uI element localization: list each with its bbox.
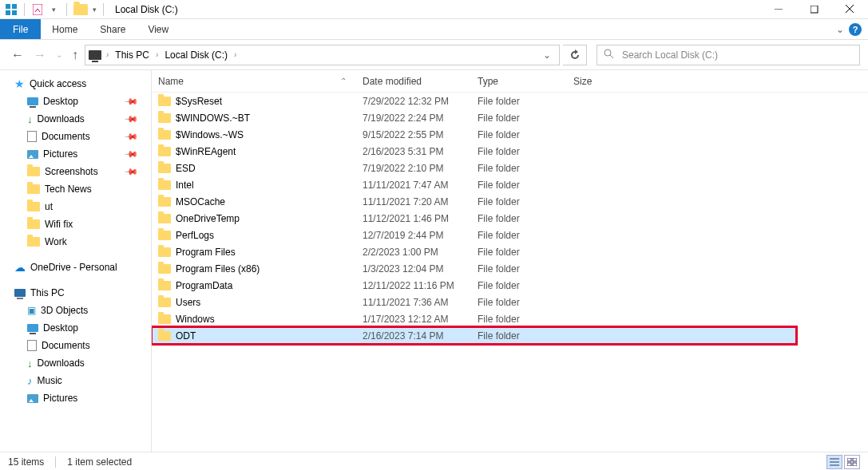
address-dropdown-icon[interactable]: ⌄ (538, 49, 556, 61)
column-header-type[interactable]: Type (478, 76, 573, 87)
table-row[interactable]: ESD7/19/2022 2:10 PMFile folder (152, 160, 868, 176)
file-name: Windows (176, 314, 215, 325)
folder-icon (158, 97, 171, 106)
table-row[interactable]: $Windows.~WS9/15/2022 2:55 PMFile folder (152, 126, 868, 143)
breadcrumb-this-pc[interactable]: This PC (113, 49, 151, 61)
svg-rect-15 (853, 458, 857, 461)
file-name: PerfLogs (176, 230, 214, 241)
address-bar[interactable]: › This PC › Local Disk (C:) › ⌄ (85, 45, 560, 65)
search-box[interactable] (597, 45, 860, 65)
table-row[interactable]: $WINDOWS.~BT7/19/2022 2:24 PMFile folder (152, 109, 868, 126)
refresh-button[interactable] (563, 45, 587, 65)
recent-dropdown[interactable]: ⌄ (53, 50, 65, 59)
tab-home[interactable]: Home (41, 19, 89, 39)
sidebar-item-work[interactable]: Work (0, 233, 151, 251)
folder-icon (158, 331, 171, 341)
sidebar-item-3d-objects[interactable]: ▣3D Objects (0, 302, 151, 319)
file-type: File folder (478, 196, 573, 207)
chevron-right-icon[interactable]: › (105, 50, 110, 59)
chevron-right-icon[interactable]: › (232, 50, 238, 59)
sidebar-item-documents[interactable]: Documents📌 (0, 128, 151, 145)
sidebar-item-label: Screenshots (45, 166, 98, 177)
sidebar-item-documents[interactable]: Documents (0, 337, 151, 354)
sidebar-item-label: Desktop (43, 96, 78, 107)
column-header-size[interactable]: Size (573, 76, 637, 87)
table-row[interactable]: Users11/11/2021 7:36 AMFile folder (152, 294, 868, 310)
file-name: $WINDOWS.~BT (176, 113, 250, 124)
folder-icon (158, 314, 171, 324)
sidebar-item-wifi-fix[interactable]: Wifi fix (0, 215, 151, 233)
column-header-name[interactable]: Name ⌃ (158, 76, 363, 87)
sidebar-item-screenshots[interactable]: Screenshots📌 (0, 163, 151, 180)
svg-point-9 (604, 49, 611, 56)
tab-file[interactable]: File (0, 19, 41, 39)
minimize-button[interactable] (760, 0, 796, 19)
svg-line-10 (610, 55, 613, 58)
details-view-button[interactable] (826, 455, 842, 469)
icons-view-button[interactable] (844, 455, 860, 469)
folder-icon (158, 298, 171, 307)
sidebar-item-downloads[interactable]: ↓Downloads (0, 354, 151, 372)
file-date: 9/15/2022 2:55 PM (363, 129, 478, 140)
close-button[interactable] (832, 0, 868, 19)
file-name: Users (176, 297, 200, 308)
file-name: $Windows.~WS (176, 129, 244, 140)
qat-dropdown-icon[interactable]: ▾ (47, 3, 60, 16)
sidebar-item-desktop[interactable]: Desktop (0, 319, 151, 337)
table-row[interactable]: PerfLogs12/7/2019 2:44 PMFile folder (152, 227, 868, 243)
table-row[interactable]: OneDriveTemp11/12/2021 1:46 PMFile folde… (152, 210, 868, 227)
maximize-button[interactable] (796, 0, 832, 19)
sidebar-item-tech-news[interactable]: Tech News (0, 180, 151, 198)
chevron-down-icon[interactable]: ⌄ (836, 24, 844, 35)
folder-icon (158, 264, 171, 274)
pc-icon (14, 289, 26, 297)
table-row[interactable]: $SysReset7/29/2022 12:32 PMFile folder (152, 93, 868, 109)
sidebar-item-pictures[interactable]: Pictures (0, 389, 151, 407)
folder-icon (158, 130, 171, 140)
pc-icon (89, 50, 101, 60)
file-name: ProgramData (176, 280, 232, 291)
sidebar-onedrive[interactable]: ☁ OneDrive - Personal (0, 259, 151, 276)
table-row[interactable]: $WinREAgent2/16/2023 5:31 PMFile folder (152, 143, 868, 160)
up-button[interactable]: ↑ (69, 48, 81, 62)
sidebar-item-music[interactable]: ♪Music (0, 372, 151, 389)
sidebar-item-ut[interactable]: ut (0, 198, 151, 215)
pin-icon: 📌 (123, 146, 138, 161)
table-row[interactable]: Program Files (x86)1/3/2023 12:04 PMFile… (152, 260, 868, 277)
sidebar-item-label: Music (38, 375, 62, 386)
file-name: MSOCache (176, 196, 225, 207)
sidebar-item-label: Downloads (38, 357, 85, 369)
sidebar-item-label: Desktop (43, 322, 78, 334)
sidebar-item-pictures[interactable]: Pictures📌 (0, 145, 151, 163)
forward-button[interactable]: → (30, 48, 50, 62)
file-date: 11/12/2021 1:46 PM (363, 213, 478, 224)
table-row[interactable]: MSOCache11/11/2021 7:20 AMFile folder (152, 193, 868, 210)
sidebar-this-pc[interactable]: This PC (0, 284, 151, 302)
tab-share[interactable]: Share (89, 19, 137, 39)
properties-icon[interactable] (31, 3, 44, 16)
help-icon[interactable]: ? (849, 23, 862, 36)
tab-view[interactable]: View (137, 19, 180, 39)
sidebar-item-desktop[interactable]: Desktop📌 (0, 93, 151, 110)
folder-dropdown-icon[interactable]: ▾ (91, 6, 97, 14)
file-name: Program Files (176, 247, 236, 258)
sidebar-item-downloads[interactable]: ↓Downloads📌 (0, 110, 151, 128)
table-row[interactable]: ProgramData12/11/2022 11:16 PMFile folde… (152, 277, 868, 294)
breadcrumb-local-disk[interactable]: Local Disk (C:) (163, 49, 229, 61)
table-row[interactable]: Intel11/11/2021 7:47 AMFile folder (152, 176, 868, 193)
table-row[interactable]: Windows1/17/2023 12:12 AMFile folder (152, 310, 868, 327)
table-row[interactable]: Program Files2/2/2023 1:00 PMFile folder (152, 243, 868, 260)
window-title: Local Disk (C:) (110, 4, 178, 15)
file-date: 11/11/2021 7:20 AM (363, 196, 478, 207)
table-row[interactable]: ODT2/16/2023 7:14 PMFile folder (152, 327, 796, 344)
chevron-right-icon[interactable]: › (154, 50, 160, 59)
file-type: File folder (478, 163, 573, 174)
back-button[interactable]: ← (8, 48, 27, 62)
music-icon: ♪ (27, 375, 33, 387)
file-name: ESD (176, 163, 196, 174)
sidebar-item-label: Documents (42, 340, 90, 351)
sidebar-quick-access[interactable]: ★ Quick access (0, 75, 151, 93)
file-name: ODT (176, 330, 196, 342)
column-header-date[interactable]: Date modified (363, 76, 478, 87)
search-input[interactable] (620, 49, 853, 61)
